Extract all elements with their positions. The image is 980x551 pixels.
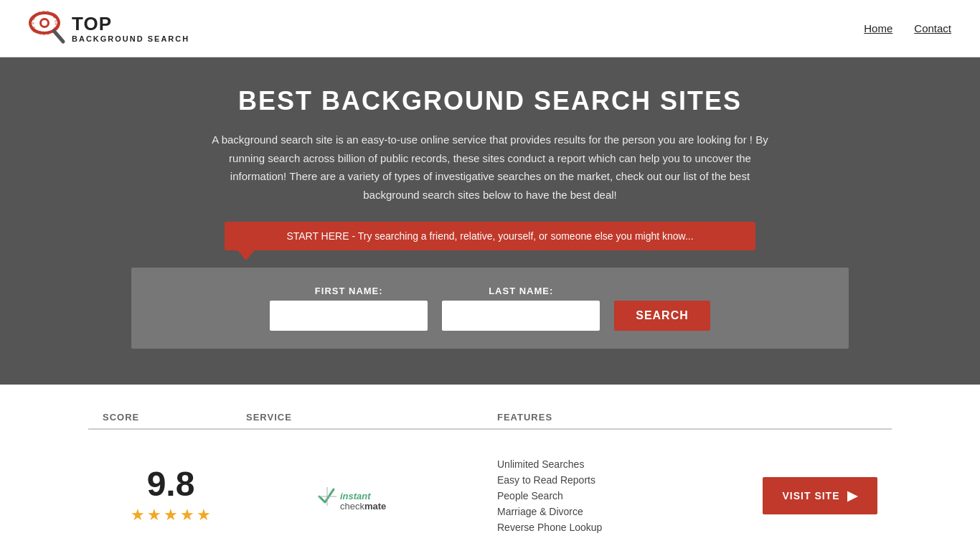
logo-top-text: TOP xyxy=(72,14,189,34)
col-action xyxy=(748,412,892,423)
action-cell-1: VISIT SITE ▶ xyxy=(748,477,892,514)
logo: TOP BACKGROUND SEARCH xyxy=(29,7,189,50)
callout-arrow xyxy=(237,250,255,260)
svg-text:instant: instant xyxy=(340,491,371,501)
svg-line-4 xyxy=(54,31,63,42)
col-score: SCORE xyxy=(88,412,246,423)
table-header: SCORE SERVICE FEATURES xyxy=(88,406,892,430)
col-service: SERVICE xyxy=(246,412,497,423)
star-1-4: ★ xyxy=(180,506,194,524)
feature-1-4: Marriage & Divorce xyxy=(497,506,748,517)
svg-point-3 xyxy=(42,20,47,26)
search-form: FIRST NAME: LAST NAME: SEARCH xyxy=(131,268,849,349)
feature-1-1: Unlimited Searches xyxy=(497,458,748,470)
score-cell-1: 9.8 ★ ★ ★ ★ ★ xyxy=(88,467,246,524)
last-name-label: LAST NAME: xyxy=(442,286,600,296)
star-1-1: ★ xyxy=(131,506,145,524)
first-name-input[interactable] xyxy=(270,301,428,331)
table-row: 9.8 ★ ★ ★ ★ ★ instant xyxy=(88,437,892,551)
visit-button-1[interactable]: VISIT SITE ▶ xyxy=(763,477,877,514)
last-name-group: LAST NAME: xyxy=(442,286,600,331)
checkmate-logo: instant checkmate xyxy=(314,478,429,514)
feature-1-3: People Search xyxy=(497,490,748,501)
features-cell-1: Unlimited Searches Easy to Read Reports … xyxy=(497,458,748,533)
hero-section: BEST BACKGROUND SEARCH SITES A backgroun… xyxy=(0,57,980,385)
site-header: TOP BACKGROUND SEARCH Home Contact xyxy=(0,0,980,57)
hero-title: BEST BACKGROUND SEARCH SITES xyxy=(14,86,966,116)
results-table: SCORE SERVICE FEATURES 9.8 ★ ★ ★ ★ ★ xyxy=(74,406,906,551)
hero-description: A background search site is an easy-to-u… xyxy=(210,131,770,204)
service-cell-1: instant checkmate xyxy=(246,478,497,514)
logo-icon xyxy=(29,7,72,50)
logo-bottom-text: BACKGROUND SEARCH xyxy=(72,34,189,43)
first-name-label: FIRST NAME: xyxy=(270,286,428,296)
star-1-3: ★ xyxy=(164,506,178,524)
feature-1-2: Easy to Read Reports xyxy=(497,474,748,486)
last-name-input[interactable] xyxy=(442,301,600,331)
nav-contact[interactable]: Contact xyxy=(914,22,951,34)
callout-box: START HERE - Try searching a friend, rel… xyxy=(225,222,755,250)
nav-home[interactable]: Home xyxy=(864,22,892,34)
arrow-icon-1: ▶ xyxy=(847,488,858,504)
col-features: FEATURES xyxy=(497,412,748,423)
star-1-2: ★ xyxy=(147,506,161,524)
search-button[interactable]: SEARCH xyxy=(614,301,710,331)
main-nav: Home Contact xyxy=(864,22,951,34)
feature-1-5: Reverse Phone Lookup xyxy=(497,522,748,533)
score-value-1: 9.8 xyxy=(147,467,195,501)
visit-label-1: VISIT SITE xyxy=(782,490,839,501)
first-name-group: FIRST NAME: xyxy=(270,286,428,331)
star-1-5: ★ xyxy=(197,506,211,524)
callout-wrap: START HERE - Try searching a friend, rel… xyxy=(225,222,755,260)
stars-1: ★ ★ ★ ★ ★ xyxy=(131,506,211,524)
logo-text: TOP BACKGROUND SEARCH xyxy=(72,14,189,43)
svg-text:checkmate: checkmate xyxy=(340,501,386,512)
